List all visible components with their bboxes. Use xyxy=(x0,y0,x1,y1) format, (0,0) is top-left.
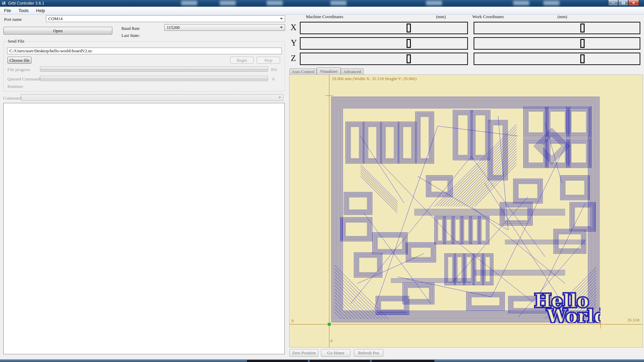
taskbar-strip xyxy=(0,359,644,362)
command-label: Command xyxy=(3,96,21,101)
file-progress-bar xyxy=(40,66,268,72)
maximize-icon xyxy=(622,2,625,4)
work-y-display xyxy=(474,37,640,50)
maximize-button[interactable] xyxy=(618,0,628,6)
tab-visualizer[interactable]: Visualizer xyxy=(317,67,341,75)
glass-reflection xyxy=(543,1,559,5)
tab-axis-control[interactable]: Axis Control xyxy=(289,68,317,75)
scale-readout: 29.906 mm (Width-X: 35.518 Height-Y: 29.… xyxy=(332,76,417,81)
y-axis-line xyxy=(329,75,329,348)
window-title: Grbl Controller 3.6.1 xyxy=(8,1,44,6)
machine-units-label: (mm) xyxy=(436,14,446,19)
glass-reflection xyxy=(330,1,346,5)
x-min-label: 0 xyxy=(291,318,294,323)
work-x-display xyxy=(474,22,640,34)
port-combo-value: COM14 xyxy=(48,16,63,21)
menu-bar: File Tools Help xyxy=(0,7,644,15)
minimize-icon: — xyxy=(611,1,615,5)
glass-reflection xyxy=(181,1,197,5)
axis-label-y: Y xyxy=(291,38,297,48)
seven-segment-zero xyxy=(580,39,585,48)
file-progress-label: File progress xyxy=(7,67,30,72)
origin-dot xyxy=(328,323,331,326)
dropdown-arrow-icon xyxy=(280,18,283,20)
grbl-controller-window: Grbl Controller 3.6.1 — ✕ File Tools Hel… xyxy=(0,0,644,362)
command-combo[interactable] xyxy=(21,94,283,101)
queued-commands-bar xyxy=(40,76,268,81)
machine-x-display xyxy=(300,22,468,34)
begin-button[interactable]: Begin xyxy=(230,57,254,64)
machine-z-display xyxy=(300,53,468,65)
dropdown-arrow-icon xyxy=(280,27,283,28)
glass-reflection xyxy=(426,1,442,5)
glass-reflection xyxy=(267,1,283,5)
stop-button[interactable]: Stop xyxy=(257,57,280,64)
menu-file[interactable]: File xyxy=(1,7,14,14)
close-icon: ✕ xyxy=(632,1,635,5)
visualizer-panel: 29.906 mm (Width-X: 35.518 Height-Y: 29.… xyxy=(289,74,643,348)
file-progress-value: 0% xyxy=(271,67,277,72)
go-home-button[interactable]: Go Home xyxy=(321,349,351,357)
close-button[interactable]: ✕ xyxy=(628,0,639,6)
tab-advanced[interactable]: Advanced xyxy=(341,68,364,75)
taskbar-item xyxy=(371,360,434,362)
svg-text:World: World xyxy=(546,305,600,323)
file-path-input[interactable]: C:/Users/user/Desktop/hello-world-boardV… xyxy=(7,48,282,54)
port-combo[interactable]: COM14 xyxy=(46,15,285,22)
work-z-display xyxy=(474,53,640,65)
baud-rate-label: Baud Rate xyxy=(121,26,140,31)
seven-segment-zero xyxy=(580,54,585,63)
glass-reflection xyxy=(513,1,529,5)
seven-segment-zero xyxy=(407,54,411,63)
seven-segment-zero xyxy=(580,23,585,33)
zero-position-button[interactable]: Zero Position xyxy=(289,349,318,357)
x-max-label: 35.518 xyxy=(621,317,639,323)
axis-label-x: X xyxy=(290,23,297,32)
taskbar-item xyxy=(247,360,308,362)
minimize-button[interactable]: — xyxy=(608,0,618,6)
work-coordinates-label: Work Coordinates xyxy=(472,14,504,19)
choose-file-button[interactable]: Choose file xyxy=(7,57,32,64)
axis-label-z: Z xyxy=(291,54,296,63)
console-output[interactable] xyxy=(3,103,285,354)
open-button[interactable]: Open xyxy=(3,27,112,35)
work-units-label: (mm) xyxy=(557,14,567,19)
menu-help[interactable]: Help xyxy=(33,7,48,14)
dropdown-arrow-icon xyxy=(278,97,281,99)
last-state-label: Last State: xyxy=(121,33,140,38)
refresh-pos-button[interactable]: Refresh Pos xyxy=(354,349,383,357)
menu-tools[interactable]: Tools xyxy=(15,7,32,14)
runtime-label: Runtime: xyxy=(7,84,23,89)
board-right-tick xyxy=(600,320,601,328)
toolpath-preview: HelloHelloWorldWorld xyxy=(330,96,600,323)
x-axis-line xyxy=(289,324,643,324)
file-path-value: C:/Users/user/Desktop/hello-world-boardV… xyxy=(9,48,92,54)
machine-y-display xyxy=(300,37,468,50)
send-file-group-title: Send File xyxy=(6,39,25,44)
taskbar-item xyxy=(309,360,370,362)
queued-commands-label: Queued Commands xyxy=(7,76,42,82)
seven-segment-zero xyxy=(407,39,411,48)
app-icon xyxy=(2,1,6,5)
baud-rate-value: 115200 xyxy=(167,25,180,30)
title-bar: Grbl Controller 3.6.1 — ✕ xyxy=(0,0,644,7)
queued-commands-value: 0 xyxy=(272,76,275,82)
y-origin-label: 0 xyxy=(330,338,333,344)
machine-coordinates-label: Machine Coordinates xyxy=(306,14,343,19)
glass-reflection xyxy=(220,1,236,5)
port-name-label: Port name xyxy=(4,17,22,22)
baud-rate-combo[interactable]: 115200 xyxy=(164,24,285,31)
seven-segment-zero xyxy=(407,23,411,33)
